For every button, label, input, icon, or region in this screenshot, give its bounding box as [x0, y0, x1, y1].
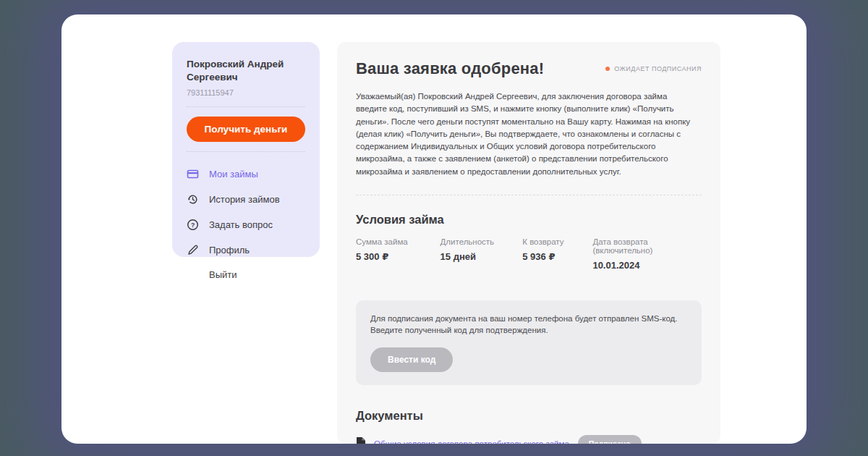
- sidebar-menu: Мои займы История займов ? Задать вопрос…: [187, 161, 305, 287]
- term-repayment: К возврату 5 936 ₽: [522, 237, 592, 271]
- sms-info-box: Для подписания документа на ваш номер те…: [356, 300, 702, 385]
- sidebar-item-logout[interactable]: Выйти: [187, 263, 305, 287]
- term-value: 15 дней: [441, 251, 523, 262]
- term-label: Сумма займа: [356, 237, 441, 246]
- document-link[interactable]: Общие условия договора потребительского …: [374, 439, 569, 444]
- title-row: Ваша заявка одобрена! ОЖИДАЕТ ПОДПИСАНИЯ: [356, 59, 702, 78]
- term-label: Длительность: [441, 237, 523, 246]
- sidebar: Покровский Андрей Сергеевич 79311115947 …: [172, 42, 320, 257]
- term-label: Дата возврата (включительно): [592, 237, 702, 255]
- sidebar-item-label: История займов: [209, 194, 280, 205]
- term-amount: Сумма займа 5 300 ₽: [356, 237, 441, 271]
- term-return-date: Дата возврата (включительно) 10.01.2024: [592, 237, 702, 271]
- divider: [187, 151, 305, 152]
- pencil-icon: [187, 244, 199, 256]
- user-phone: 79311115947: [187, 88, 305, 97]
- term-value: 10.01.2024: [592, 260, 702, 271]
- sidebar-item-my-loans[interactable]: Мои займы: [187, 161, 305, 187]
- divider: [187, 106, 305, 107]
- main-panel: Ваша заявка одобрена! ОЖИДАЕТ ПОДПИСАНИЯ…: [337, 42, 720, 444]
- svg-text:?: ?: [191, 221, 195, 229]
- app-card: Покровский Андрей Сергеевич 79311115947 …: [61, 14, 807, 444]
- term-label: К возврату: [522, 237, 592, 246]
- sidebar-item-label: Задать вопрос: [209, 219, 273, 230]
- document-signed-badge: Подписано: [578, 435, 642, 444]
- status-badge: ОЖИДАЕТ ПОДПИСАНИЯ: [605, 65, 702, 72]
- status-label: ОЖИДАЕТ ПОДПИСАНИЯ: [614, 65, 702, 72]
- question-icon: ?: [187, 219, 199, 231]
- sms-info-text: Для подписания документа на ваш номер те…: [370, 313, 687, 337]
- documents-heading: Документы: [356, 409, 702, 423]
- documents-section: Документы Общие условия договора потреби…: [356, 409, 702, 444]
- document-row: Общие условия договора потребительского …: [356, 435, 702, 444]
- sidebar-item-loan-history[interactable]: История займов: [187, 187, 305, 212]
- loan-terms: Сумма займа 5 300 ₽ Длительность 15 дней…: [356, 237, 702, 271]
- card-icon: [187, 168, 199, 180]
- divider: [356, 195, 702, 195]
- term-value: 5 936 ₽: [522, 251, 592, 262]
- intro-text: Уважаемый(ая) Покровский Андрей Сергееви…: [356, 90, 699, 178]
- get-money-button[interactable]: Получить деньги: [187, 117, 305, 142]
- term-duration: Длительность 15 дней: [441, 237, 523, 271]
- history-icon: [187, 193, 199, 206]
- document-icon: [356, 436, 366, 444]
- page-title: Ваша заявка одобрена!: [356, 59, 544, 78]
- user-name: Покровский Андрей Сергеевич: [187, 58, 305, 84]
- sidebar-item-ask-question[interactable]: ? Задать вопрос: [187, 212, 305, 237]
- sidebar-item-label: Мои займы: [209, 169, 258, 180]
- term-value: 5 300 ₽: [356, 251, 441, 262]
- sidebar-item-profile[interactable]: Профиль: [187, 237, 305, 263]
- sidebar-item-label: Выйти: [209, 269, 237, 280]
- status-dot-icon: [605, 67, 610, 71]
- enter-code-button[interactable]: Ввести код: [370, 347, 453, 372]
- sidebar-item-label: Профиль: [209, 245, 250, 256]
- terms-heading: Условия займа: [356, 213, 702, 227]
